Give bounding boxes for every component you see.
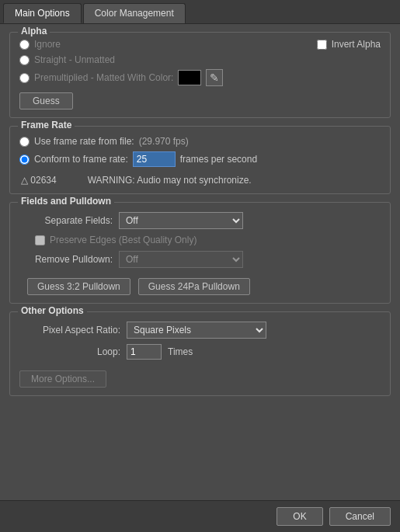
use-from-file-label: Use frame rate from file: xyxy=(34,136,134,147)
alpha-lower-rows: Straight - Unmatted Premultiplied - Matt… xyxy=(19,54,381,86)
fields-pulldown-section: Fields and Pulldown Separate Fields: Off… xyxy=(9,202,391,304)
conform-row: Conform to frame rate: 25 frames per sec… xyxy=(19,151,381,167)
premultiplied-label: Premultiplied - Matted With Color: xyxy=(34,72,173,83)
pixel-aspect-select[interactable]: Square Pixels D1/DV NTSC (0.91) D1/DV PA… xyxy=(127,322,266,339)
matte-color-swatch[interactable] xyxy=(178,70,201,85)
guess-buttons-row: Guess 3:2 Pulldown Guess 24Pa Pulldown xyxy=(19,278,381,295)
premultiplied-radio-row: Premultiplied - Matted With Color: ✎ xyxy=(19,69,381,86)
eyedropper-button[interactable]: ✎ xyxy=(206,69,223,86)
alpha-top-row: Ignore Invert Alpha xyxy=(19,39,381,50)
ignore-radio[interactable] xyxy=(19,40,30,50)
remove-pulldown-row: Remove Pulldown: Off 3:2 Pulldown 24Pa P… xyxy=(19,251,381,268)
pixel-aspect-label: Pixel Aspect Ratio: xyxy=(19,325,120,336)
invert-alpha-label: Invert Alpha xyxy=(332,39,381,50)
separate-fields-row: Separate Fields: Off Upper Field First L… xyxy=(19,212,381,229)
other-options-title: Other Options xyxy=(18,305,87,316)
invert-alpha-checkbox[interactable] xyxy=(317,40,327,50)
tab-bar: Main Options Color Management xyxy=(0,0,400,24)
frame-rate-rows: Use frame rate from file: (29.970 fps) C… xyxy=(19,136,381,186)
preserve-edges-checkbox[interactable] xyxy=(35,235,45,245)
warning-text: WARNING: Audio may not synchronize. xyxy=(88,175,252,186)
fields-rows: Separate Fields: Off Upper Field First L… xyxy=(19,212,381,295)
frames-unit: frames per second xyxy=(180,154,257,165)
use-from-file-row: Use frame rate from file: (29.970 fps) xyxy=(19,136,381,147)
frame-rate-section: Frame Rate Use frame rate from file: (29… xyxy=(9,126,391,194)
more-options-button[interactable]: More Options... xyxy=(19,370,106,388)
ignore-radio-row: Ignore xyxy=(19,39,61,50)
use-from-file-value: (29.970 fps) xyxy=(139,136,189,147)
frame-rate-title: Frame Rate xyxy=(18,120,75,130)
main-content: Alpha Ignore Invert Alpha Straight - Unm… xyxy=(0,24,400,500)
fields-pulldown-title: Fields and Pulldown xyxy=(18,196,114,207)
ok-button[interactable]: OK xyxy=(277,507,322,526)
premultiplied-radio[interactable] xyxy=(19,73,30,83)
remove-pulldown-label: Remove Pulldown: xyxy=(19,254,113,265)
loop-input[interactable]: 1 xyxy=(127,344,162,360)
other-options-section: Other Options Pixel Aspect Ratio: Square… xyxy=(9,311,391,396)
conform-fps-input[interactable]: 25 xyxy=(133,151,176,167)
separate-fields-select[interactable]: Off Upper Field First Lower Field First xyxy=(119,212,243,229)
alpha-section-title: Alpha xyxy=(18,26,50,37)
invert-alpha-row: Invert Alpha xyxy=(317,39,381,50)
dialog: Main Options Color Management Alpha Igno… xyxy=(0,0,400,532)
guess-32-button[interactable]: Guess 3:2 Pulldown xyxy=(27,278,130,295)
conform-radio[interactable] xyxy=(19,155,30,165)
guess-24pa-button[interactable]: Guess 24Pa Pulldown xyxy=(138,278,250,295)
warning-row: △ 02634 WARNING: Audio may not synchroni… xyxy=(19,175,381,186)
loop-row: Loop: 1 Times xyxy=(19,344,381,360)
separate-fields-label: Separate Fields: xyxy=(19,215,113,226)
preserve-edges-row: Preserve Edges (Best Quality Only) xyxy=(19,235,381,245)
loop-label: Loop: xyxy=(19,346,120,357)
bottom-bar: OK Cancel xyxy=(0,500,400,532)
straight-radio[interactable] xyxy=(19,55,30,65)
straight-radio-row: Straight - Unmatted xyxy=(19,54,381,65)
use-from-file-radio[interactable] xyxy=(19,137,30,147)
tab-color-management[interactable]: Color Management xyxy=(83,3,186,23)
cancel-button[interactable]: Cancel xyxy=(329,507,391,526)
remove-pulldown-select[interactable]: Off 3:2 Pulldown 24Pa Pulldown xyxy=(119,251,243,268)
loop-unit: Times xyxy=(168,346,193,357)
ignore-label: Ignore xyxy=(34,39,61,50)
alpha-section: Alpha Ignore Invert Alpha Straight - Unm… xyxy=(9,32,391,118)
straight-label: Straight - Unmatted xyxy=(34,54,115,65)
conform-label: Conform to frame rate: xyxy=(34,154,128,165)
preserve-edges-label: Preserve Edges (Best Quality Only) xyxy=(50,235,197,245)
guess-button[interactable]: Guess xyxy=(19,92,73,110)
tab-main[interactable]: Main Options xyxy=(3,3,82,23)
warning-code: △ 02634 xyxy=(21,175,57,186)
other-rows: Pixel Aspect Ratio: Square Pixels D1/DV … xyxy=(19,322,381,360)
pixel-aspect-row: Pixel Aspect Ratio: Square Pixels D1/DV … xyxy=(19,322,381,339)
